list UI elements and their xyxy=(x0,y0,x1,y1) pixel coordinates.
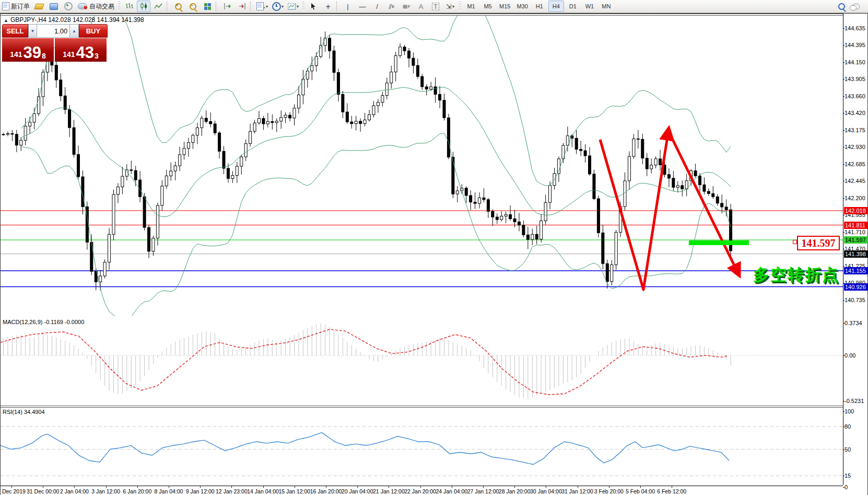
price-tick: 143.660 xyxy=(844,93,865,99)
timeframe-button-h1[interactable]: H1 xyxy=(532,1,547,12)
toolbar: 新订单 自动交易 + − + xyxy=(0,0,868,13)
volume-decrease-button[interactable]: ▼ xyxy=(28,24,38,38)
candlestick-chart-button[interactable] xyxy=(137,1,150,12)
price-tick: 141.710 xyxy=(844,229,865,235)
fibonacci-tool-button[interactable]: ≋F xyxy=(400,1,413,12)
macd-panel-canvas[interactable] xyxy=(1,318,843,406)
vline-tool-button[interactable]: | xyxy=(341,1,355,12)
time-label: 16 Jan 20:00 xyxy=(310,488,342,494)
zoom-in-button[interactable]: + xyxy=(171,1,185,12)
trendline-tool-button[interactable]: / xyxy=(370,1,384,12)
line-chart-icon xyxy=(154,3,162,10)
sell-price-big: 39 xyxy=(24,45,41,60)
time-label: 15 Jan 12:00 xyxy=(278,488,310,494)
signal-button[interactable] xyxy=(62,1,75,12)
macd-tick: 0.00 xyxy=(844,352,855,359)
templates-caret-icon[interactable]: ▾ xyxy=(297,4,299,9)
auto-trading-icon xyxy=(78,3,87,9)
panel-separator[interactable] xyxy=(1,14,843,16)
timeframe-button-w1[interactable]: W1 xyxy=(582,1,597,12)
label-tool-button[interactable]: T xyxy=(429,1,442,12)
crosshair-tool-button[interactable]: + xyxy=(321,1,335,12)
timeframe-button-m15[interactable]: M15 xyxy=(497,1,513,12)
toolbar-grip xyxy=(118,2,120,11)
time-label: 7 Dec 2019 xyxy=(0,488,26,494)
bar-chart-button[interactable] xyxy=(122,1,136,12)
price-tick: 140.735 xyxy=(844,297,865,303)
line-chart-button[interactable] xyxy=(151,1,165,12)
terminal-button[interactable] xyxy=(47,1,61,12)
time-label: 12 Jan 23:00 xyxy=(216,488,248,494)
time-axis[interactable]: 7 Dec 201931 Dec 00:002 Jan 04:003 Jan 1… xyxy=(1,486,843,495)
rsi-tick: 80 xyxy=(844,423,851,430)
sell-price-tile[interactable]: 141398 xyxy=(2,38,54,62)
rsi-panel-canvas[interactable] xyxy=(1,408,843,486)
time-label: 9 Jan 12:00 xyxy=(186,488,215,494)
tile-windows-icon xyxy=(204,3,211,10)
zoom-out-button[interactable]: − xyxy=(186,1,200,12)
price-tick: 144.635 xyxy=(844,25,865,31)
arrows-tool-button[interactable]: ⇲▾ xyxy=(443,1,457,12)
timeframe-button-d1[interactable]: D1 xyxy=(565,1,581,12)
arrows-caret-icon[interactable]: ▾ xyxy=(452,4,454,9)
gold-button[interactable] xyxy=(32,1,46,12)
rsi-label: RSI(14) 34.4904 xyxy=(3,409,45,415)
buy-button[interactable]: BUY xyxy=(79,24,108,38)
community-chat-button[interactable] xyxy=(849,1,863,12)
auto-trading-button[interactable]: 自动交易 xyxy=(76,1,116,12)
timeframe-button-mn[interactable]: MN xyxy=(599,1,614,12)
price-label-box[interactable]: 141.597 xyxy=(797,236,840,250)
timeframe-button-m5[interactable]: M5 xyxy=(480,1,496,12)
volume-increase-button[interactable]: ▲ xyxy=(69,24,79,38)
macd-axis: 0.37340.00-0.5231 xyxy=(844,318,867,406)
indicators-button[interactable]: + ▾ xyxy=(255,1,269,12)
terminal-icon xyxy=(50,3,58,10)
sell-price-sup: 8 xyxy=(42,52,46,60)
collapse-panel-icon[interactable]: ▲ xyxy=(4,18,8,23)
sell-button[interactable]: SELL xyxy=(2,24,28,38)
volume-input[interactable] xyxy=(37,24,69,38)
search-button[interactable] xyxy=(835,1,848,12)
price-axis[interactable]: 144.635144.395144.150143.905143.660143.4… xyxy=(844,14,867,316)
turning-point-annotation[interactable]: 多空转折点 xyxy=(753,264,839,286)
buy-price-tile[interactable]: 141433 xyxy=(55,38,107,62)
main-chart-canvas[interactable] xyxy=(1,14,843,316)
chart-shift-button[interactable] xyxy=(235,1,249,12)
panel-separator[interactable] xyxy=(1,406,843,408)
time-label: 8 Jan 04:00 xyxy=(155,488,183,494)
new-order-button[interactable]: 新订单 xyxy=(1,1,31,12)
time-label: 3 Feb 20:00 xyxy=(594,488,624,494)
timeframe-button-h4[interactable]: H4 xyxy=(548,1,564,12)
periods-caret-icon[interactable]: ▾ xyxy=(281,4,284,9)
text-tool-icon: A xyxy=(419,3,424,10)
channel-tool-button[interactable]: ⫽E xyxy=(385,1,398,12)
templates-button[interactable]: ▾ xyxy=(286,1,300,12)
timeframe-button-m30[interactable]: M30 xyxy=(514,1,530,12)
fibonacci-icon: ≋ xyxy=(402,3,408,10)
one-click-trading-panel: SELL ▼ ▲ BUY 141398 141433 xyxy=(2,24,108,62)
text-tool-button[interactable]: A xyxy=(414,1,428,12)
label-tool-icon: T xyxy=(432,3,439,10)
macd-tick: 0.3734 xyxy=(844,320,862,326)
price-axis-line xyxy=(843,14,843,485)
cursor-tool-button[interactable] xyxy=(307,1,320,12)
timeframe-button-m1[interactable]: M1 xyxy=(463,1,479,12)
auto-trading-label: 自动交易 xyxy=(89,2,114,11)
tile-windows-button[interactable] xyxy=(201,1,214,12)
hline-tool-button[interactable]: — xyxy=(356,1,369,12)
time-label: 30 Jan 04:00 xyxy=(530,488,562,494)
auto-scroll-button[interactable] xyxy=(220,1,234,12)
price-label-connector xyxy=(793,240,797,244)
price-tick: 143.905 xyxy=(844,76,865,82)
periods-button[interactable]: ▾ xyxy=(271,1,285,12)
toolbar-separator xyxy=(250,2,253,11)
price-tick: 142.200 xyxy=(844,195,865,201)
time-label: 24 Jan 04:00 xyxy=(436,488,467,494)
price-tick: 144.150 xyxy=(844,59,865,65)
rsi-tick: 0 xyxy=(844,484,848,490)
support-zone-bar[interactable] xyxy=(689,240,749,245)
arrows-tool-icon: ⇲ xyxy=(446,3,452,10)
macd-label: MACD(12,26,9) -0.1169 -0.0000 xyxy=(3,319,84,325)
indicators-caret-icon[interactable]: ▾ xyxy=(266,4,268,9)
time-label: 6 Feb 12:00 xyxy=(657,488,686,494)
